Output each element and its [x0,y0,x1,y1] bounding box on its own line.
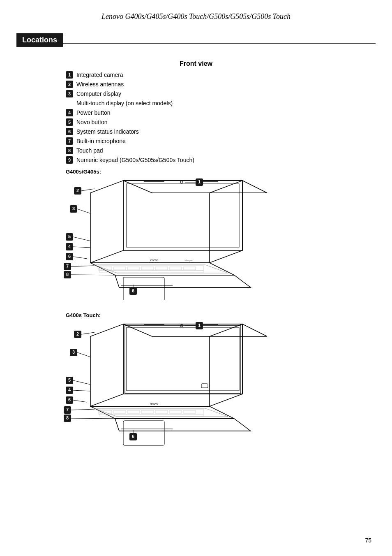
svg-text:ideapad: ideapad [184,259,193,262]
list-item: 3 Computer display [66,90,376,98]
svg-text:lenovo: lenovo [150,402,159,405]
svg-line-88 [77,352,90,357]
svg-text:3: 3 [72,206,75,211]
item-text-9: Numeric keypad (G500s/G505s/G500s Touch) [76,156,194,164]
svg-text:8: 8 [66,272,69,277]
svg-rect-72 [183,410,196,413]
svg-text:5: 5 [68,378,71,382]
item-text-7: Built-in microphone [76,137,126,146]
svg-rect-78 [201,384,208,388]
svg-text:4: 4 [68,244,71,249]
svg-rect-20 [123,277,164,300]
diagram2-svg: lenovo 1 2 3 5 [41,320,279,447]
list-item: 5 Novo button [66,118,376,127]
svg-text:2: 2 [76,331,79,336]
svg-marker-63 [90,406,234,419]
diagram1: lenovo ideapad 1 2 3 5 [41,176,279,300]
svg-line-85 [81,332,95,334]
badge-8: 8 [66,147,73,154]
svg-line-43 [73,257,87,259]
svg-text:6: 6 [132,288,134,293]
svg-line-103 [71,418,119,419]
svg-marker-1 [90,181,123,263]
svg-rect-70 [155,410,168,413]
svg-rect-57 [127,327,239,391]
diagram1-svg: lenovo ideapad 1 2 3 5 [41,176,279,300]
badge-2: 2 [66,81,73,88]
svg-rect-71 [169,410,182,413]
svg-line-40 [73,247,90,248]
svg-marker-10 [95,265,228,273]
svg-line-100 [71,409,95,410]
svg-line-97 [73,400,87,402]
list-item: 9 Numeric keypad (G500s/G505s/G500s Touc… [66,156,376,164]
svg-text:4: 4 [68,387,71,392]
svg-rect-4 [127,184,239,247]
svg-line-94 [73,390,90,391]
svg-line-49 [71,275,119,275]
svg-line-91 [73,380,90,385]
badge-9: 9 [66,156,73,164]
svg-text:1: 1 [198,179,201,184]
svg-marker-64 [95,408,228,417]
page-header: Lenovo G400s/G405s/G400s Touch/G500s/G50… [0,0,392,25]
svg-marker-54 [90,324,123,406]
badge-5: 5 [66,118,73,126]
svg-text:6: 6 [68,254,71,259]
front-view-title: Front view [16,60,376,67]
badge-7: 7 [66,137,73,145]
svg-rect-17 [169,267,182,270]
svg-rect-69 [141,410,154,413]
list-subitem: Multi-touch display (on select models) [76,99,376,108]
diagram2-label: G400s Touch: [66,312,376,318]
svg-line-37 [73,237,90,241]
svg-text:3: 3 [72,350,75,354]
list-item: 7 Built-in microphone [66,137,376,146]
svg-text:7: 7 [66,264,69,269]
svg-text:5: 5 [68,234,71,239]
badge-1: 1 [66,71,73,79]
svg-rect-18 [183,267,196,270]
diagram2: lenovo 1 2 3 5 [41,320,279,447]
diagram1-label: G400s/G405s: [66,169,376,175]
svg-text:6: 6 [132,434,134,439]
svg-marker-3 [123,181,242,250]
badge-3: 3 [66,90,73,97]
svg-rect-68 [127,410,140,413]
svg-point-5 [180,181,183,183]
header-title: Lenovo G400s/G405s/G400s Touch/G500s/G50… [101,12,291,21]
page-number: 75 [365,537,371,544]
list-item: 1 Integrated camera [66,71,376,79]
item-text-2: Wireless antennas [76,80,124,89]
svg-text:1: 1 [198,323,201,328]
svg-text:lenovo: lenovo [150,259,159,262]
svg-rect-61 [125,326,241,393]
svg-rect-13 [113,267,126,270]
svg-line-31 [81,189,95,191]
svg-rect-74 [123,421,164,445]
locations-section: Locations Front view 1 Integrated camera… [16,33,376,447]
item-text-4: Power button [76,109,111,117]
svg-line-34 [77,209,90,213]
svg-rect-15 [141,267,154,270]
list-item: 6 System status indicators [66,127,376,136]
list-item: 2 Wireless antennas [66,80,376,89]
svg-line-46 [71,266,95,266]
locations-title: Locations [16,33,63,47]
list-item: 4 Power button [66,109,376,117]
svg-text:2: 2 [76,188,79,193]
svg-text:7: 7 [66,407,69,412]
svg-text:8: 8 [66,415,69,420]
item-text-6: System status indicators [76,127,139,136]
svg-text:6: 6 [68,397,71,402]
svg-rect-16 [155,267,168,270]
svg-rect-14 [127,267,140,270]
item-text-3: Computer display [76,90,121,98]
badge-4: 4 [66,109,73,116]
svg-marker-56 [123,324,242,394]
svg-marker-9 [90,263,234,275]
item-text-8: Touch pad [76,146,103,155]
item-text-1: Integrated camera [76,71,123,79]
list-item: 8 Touch pad [66,146,376,155]
item-text-5: Novo button [76,118,108,127]
